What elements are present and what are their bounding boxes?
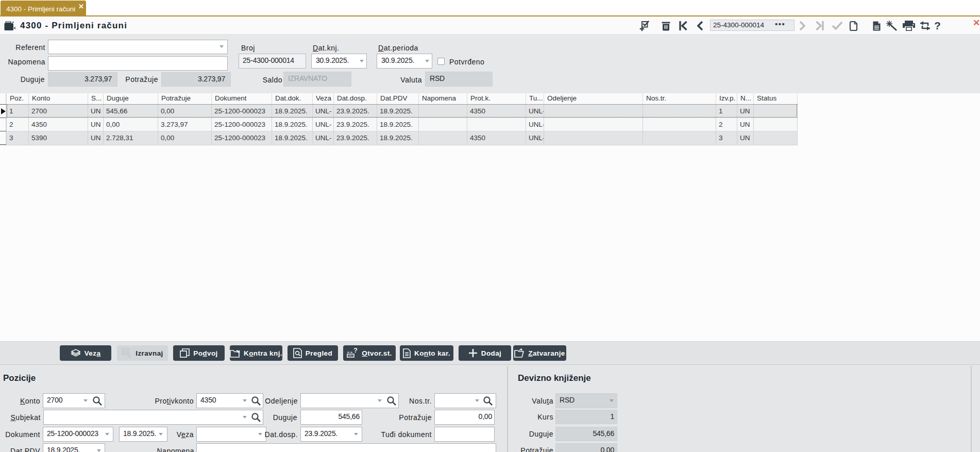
svg-text:?: ? xyxy=(353,346,358,354)
